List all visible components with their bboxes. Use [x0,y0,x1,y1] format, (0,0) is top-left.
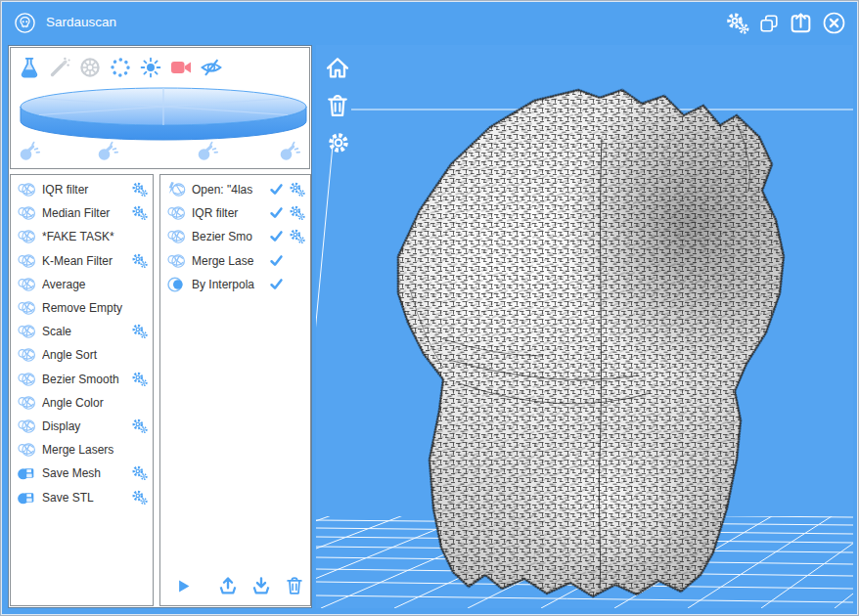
publish-window-icon [789,11,813,35]
task-row[interactable]: Merge Lasers [11,438,153,462]
task-settings-button[interactable] [130,418,148,435]
control-panel: IQR filter Median Filter *FAKE TASK* K-M… [8,45,312,608]
task-row[interactable]: Average [11,273,153,296]
laser-3-button[interactable] [195,140,218,163]
task-row[interactable]: Display [11,415,153,438]
visibility-button[interactable] [199,55,224,80]
task-row[interactable]: Angle Sort [11,343,153,367]
viewport-settings-button[interactable] [324,130,351,157]
delete-scan-button[interactable] [324,92,351,119]
check-icon [269,277,285,292]
viewport-3d[interactable] [316,45,853,608]
task-settings-icon [131,323,148,339]
home-view-button[interactable] [324,54,351,81]
task-settings-icon [131,489,148,506]
import-pipeline-button[interactable] [249,575,273,598]
task-row[interactable]: Bezier Smooth [11,368,153,391]
camera-button[interactable] [168,55,194,80]
task-settings-icon [131,418,148,434]
task-row[interactable]: Save STL [11,485,153,508]
laser-2-button[interactable] [95,140,118,163]
task-settings-button[interactable] [130,464,148,482]
task-row[interactable]: IQR filter [11,178,153,201]
run-pipeline-button[interactable] [171,575,195,598]
task-label: Save Mesh [42,466,130,480]
task-row[interactable]: Median Filter [11,201,153,225]
pipeline-actions [160,575,310,600]
task-row[interactable]: K-Mean Filter [11,249,153,273]
pipeline-row[interactable]: Merge Lase [160,249,310,273]
scan-spinner-button[interactable] [108,55,133,80]
laser-1-button[interactable] [17,140,40,163]
publish-window-button[interactable] [789,11,813,35]
task-settings-button[interactable] [130,204,148,222]
pipeline-row[interactable]: IQR filter [160,201,310,225]
pipeline-row[interactable]: By Interpola [160,273,310,296]
task-icon [166,227,186,246]
window-title: Sardauscan [46,1,116,44]
task-icon [17,275,36,294]
save-icon [17,488,36,507]
laser-4-button[interactable] [277,140,300,163]
scanner-panel [10,47,310,169]
restore-window-button[interactable] [758,13,780,34]
pipeline-label: Open: "4las [192,183,269,197]
brightness-button[interactable] [138,55,163,80]
task-settings-button[interactable] [130,252,148,270]
center-target-button[interactable] [77,55,103,80]
task-row[interactable]: Remove Empty [11,296,153,320]
task-icon [17,180,36,199]
auto-adjust-button[interactable] [47,55,72,80]
task-settings-button[interactable] [130,323,148,340]
titlebar: Sardauscan [1,1,858,44]
task-row[interactable]: Scale [11,320,153,343]
task-settings-icon [131,371,148,387]
task-label: Merge Lasers [42,443,130,457]
pipeline-row[interactable]: Bezier Smo [160,225,310,248]
clear-icon [284,575,305,596]
restore-window-icon [758,13,780,34]
export-icon [217,575,239,596]
task-label: Save STL [42,491,130,505]
clear-pipeline-button[interactable] [283,575,306,598]
task-icon [17,440,36,460]
close-window-icon [822,11,846,35]
task-icon [17,345,36,365]
app-window: Sardauscan [0,0,859,616]
check-icon [269,205,285,221]
check-icon [269,182,285,198]
save-icon [17,463,36,483]
close-window-button[interactable] [822,11,846,35]
task-icon [166,203,186,223]
laser-row [11,140,309,165]
interpolation-icon [166,275,186,294]
export-pipeline-button[interactable] [216,575,240,598]
skull-icon [14,12,36,34]
task-settings-button[interactable] [130,489,148,506]
task-label: Remove Empty [42,301,130,315]
scan-mesh [398,79,810,596]
pipeline-row[interactable]: Open: "4las [160,178,310,201]
turntable-graphic [13,85,310,148]
available-tasks-panel: IQR filter Median Filter *FAKE TASK* K-M… [10,174,154,606]
delete-icon [324,92,351,119]
scan-mesh-scene [316,45,853,608]
visibility-off-icon [200,56,223,79]
open-task-icon [166,180,186,199]
task-settings-icon [289,228,305,244]
task-settings-button[interactable] [288,181,305,198]
task-label: Scale [42,325,130,338]
settings-button[interactable] [725,11,749,35]
task-settings-button[interactable] [288,228,305,245]
task-settings-button[interactable] [130,371,148,388]
task-settings-button[interactable] [130,181,148,198]
crosshair-icon [78,56,102,79]
pipeline-label: IQR filter [192,206,269,220]
brightness-icon [139,56,162,79]
task-row[interactable]: Angle Color [11,391,153,415]
calibrate-button[interactable] [17,55,42,80]
task-row[interactable]: *FAKE TASK* [11,225,153,248]
task-settings-button[interactable] [288,204,305,222]
task-row[interactable]: Save Mesh [11,462,153,485]
laser-lamp-icon [17,140,40,163]
